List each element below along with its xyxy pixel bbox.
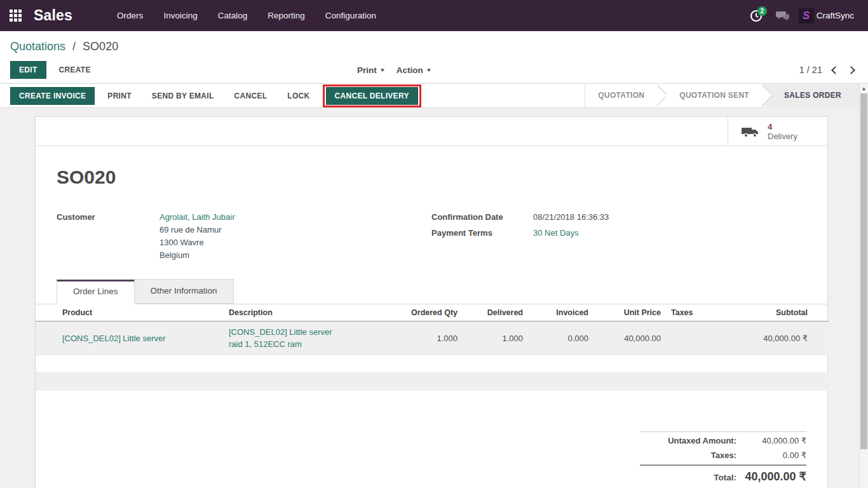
col-delivered[interactable]: Delivered — [463, 304, 528, 322]
caret-down-icon: ▼ — [379, 67, 386, 73]
totals-block: Untaxed Amount: 40,000.00 ₹ Taxes: 0.00 … — [640, 431, 806, 486]
order-line-row[interactable]: [CONS_DEL02] Little server [CONS_DEL02] … — [36, 322, 829, 355]
cancel-delivery-button[interactable]: CANCEL DELIVERY — [326, 87, 418, 105]
form-sheet: 4 Delivery SO020 Customer Agrolait, Lait… — [35, 116, 828, 488]
payment-terms-link[interactable]: 30 Net Days — [533, 227, 579, 240]
tab-order-lines[interactable]: Order Lines — [57, 280, 135, 304]
top-menu: Orders Invoicing Catalog Reporting Confi… — [109, 6, 384, 25]
customer-address: 69 rue de Namur 1300 Wavre Belgium — [159, 224, 235, 262]
user-avatar: S — [799, 8, 814, 24]
pager-previous-icon[interactable] — [831, 66, 839, 74]
confirmation-date-label: Confirmation Date — [431, 211, 533, 224]
menu-catalog[interactable]: Catalog — [210, 6, 255, 25]
print-button[interactable]: PRINT — [100, 88, 139, 104]
status-steps: QUOTATION QUOTATION SENT SALES ORDER — [585, 84, 859, 107]
vertical-scrollbar[interactable]: ▲ — [859, 84, 868, 488]
breadcrumb-quotations[interactable]: Quotations — [10, 40, 65, 53]
state-sales-order: SALES ORDER — [771, 84, 859, 107]
customer-name-link[interactable]: Agrolait, Laith Jubair — [159, 211, 235, 224]
empty-row — [36, 372, 829, 391]
customer-field-label: Customer — [57, 211, 159, 262]
confirmation-date-value: 08/21/2018 16:36:33 — [533, 211, 609, 224]
smart-button-box: 4 Delivery — [36, 117, 827, 146]
empty-row — [36, 355, 829, 372]
state-quotation[interactable]: QUOTATION — [585, 84, 657, 107]
menu-invoicing[interactable]: Invoicing — [156, 6, 205, 25]
description-line-1: [CONS_DEL02] Little server — [229, 326, 377, 338]
menu-configuration[interactable]: Configuration — [318, 6, 384, 25]
truck-icon — [741, 124, 760, 139]
app-title[interactable]: Sales — [34, 7, 72, 24]
edit-button[interactable]: EDIT — [10, 61, 46, 79]
col-subtotal[interactable]: Subtotal — [737, 304, 829, 322]
control-panel: Quotations / SO020 EDIT CREATE Print▼ Ac… — [0, 31, 868, 83]
total-value: 40,000.00 ₹ — [736, 470, 806, 484]
form-view: 4 Delivery SO020 Customer Agrolait, Lait… — [0, 109, 859, 488]
description-line-2: raid 1, 512ECC ram — [229, 338, 377, 350]
user-menu[interactable]: S CraftSync — [799, 8, 854, 24]
print-dropdown[interactable]: Print▼ — [357, 65, 385, 75]
order-lines-table: Product Description Ordered Qty Delivere… — [36, 304, 829, 391]
taxes-value: 0.00 ₹ — [736, 451, 806, 460]
col-product[interactable]: Product — [36, 304, 224, 322]
col-taxes[interactable]: Taxes — [666, 304, 737, 322]
create-button[interactable]: CREATE — [51, 61, 98, 79]
untaxed-amount-value: 40,000.00 ₹ — [736, 436, 806, 445]
table-header-row: Product Description Ordered Qty Delivere… — [36, 304, 829, 322]
col-description[interactable]: Description — [224, 304, 383, 322]
lock-button[interactable]: LOCK — [280, 88, 317, 104]
pager-next-icon[interactable] — [847, 66, 855, 74]
user-name: CraftSync — [817, 11, 854, 20]
taxes-label: Taxes: — [711, 451, 736, 460]
delivered-cell: 1.000 — [463, 322, 528, 355]
activity-count-badge: 2 — [757, 6, 767, 16]
notebook-tabs: Order Lines Other Information — [36, 280, 827, 304]
state-quotation-sent[interactable]: QUOTATION SENT — [667, 84, 762, 107]
col-invoiced[interactable]: Invoiced — [528, 304, 593, 322]
ordered-qty-cell: 1.000 — [383, 322, 463, 355]
breadcrumb-current: SO020 — [83, 40, 118, 53]
create-invoice-button[interactable]: CREATE INVOICE — [10, 87, 95, 105]
unit-price-cell: 40,000.00 — [593, 322, 666, 355]
col-unit-price[interactable]: Unit Price — [593, 304, 666, 322]
delivery-count: 4 — [768, 122, 797, 132]
highlight-annotation-box: CANCEL DELIVERY — [323, 85, 421, 107]
cancel-button[interactable]: CANCEL — [227, 88, 275, 104]
tab-other-information[interactable]: Other Information — [135, 279, 234, 304]
state-separator — [657, 84, 667, 107]
send-by-email-button[interactable]: SEND BY EMAIL — [144, 88, 222, 104]
delivery-smart-button[interactable]: 4 Delivery — [728, 117, 827, 146]
product-link[interactable]: [CONS_DEL02] Little server — [62, 334, 166, 343]
pager-counter: 1 / 21 — [799, 65, 822, 75]
top-navbar: Sales Orders Invoicing Catalog Reporting… — [0, 0, 868, 31]
apps-grid-icon[interactable] — [10, 10, 22, 22]
state-separator — [762, 84, 771, 107]
delivery-label: Delivery — [768, 132, 797, 141]
taxes-cell — [666, 322, 737, 355]
scroll-up-arrow-icon[interactable]: ▲ — [860, 84, 868, 93]
order-title: SO020 — [57, 166, 827, 188]
breadcrumb-separator: / — [72, 40, 76, 53]
caret-down-icon: ▼ — [425, 67, 431, 73]
menu-orders[interactable]: Orders — [109, 6, 151, 25]
action-dropdown[interactable]: Action▼ — [397, 65, 431, 75]
payment-terms-label: Payment Terms — [431, 227, 533, 240]
activities-clock-icon[interactable]: 2 — [745, 5, 767, 27]
breadcrumb: Quotations / SO020 — [0, 31, 868, 53]
total-label: Total: — [714, 473, 736, 482]
invoiced-cell: 0.000 — [528, 322, 593, 355]
untaxed-amount-label: Untaxed Amount: — [668, 436, 736, 445]
messages-icon[interactable] — [772, 5, 794, 27]
menu-reporting[interactable]: Reporting — [260, 6, 313, 25]
form-statusbar: CREATE INVOICE PRINT SEND BY EMAIL CANCE… — [0, 83, 868, 108]
col-ordered-qty[interactable]: Ordered Qty — [383, 304, 463, 322]
scrollbar-thumb[interactable] — [860, 93, 867, 449]
subtotal-cell: 40,000.00 ₹ — [737, 322, 829, 355]
